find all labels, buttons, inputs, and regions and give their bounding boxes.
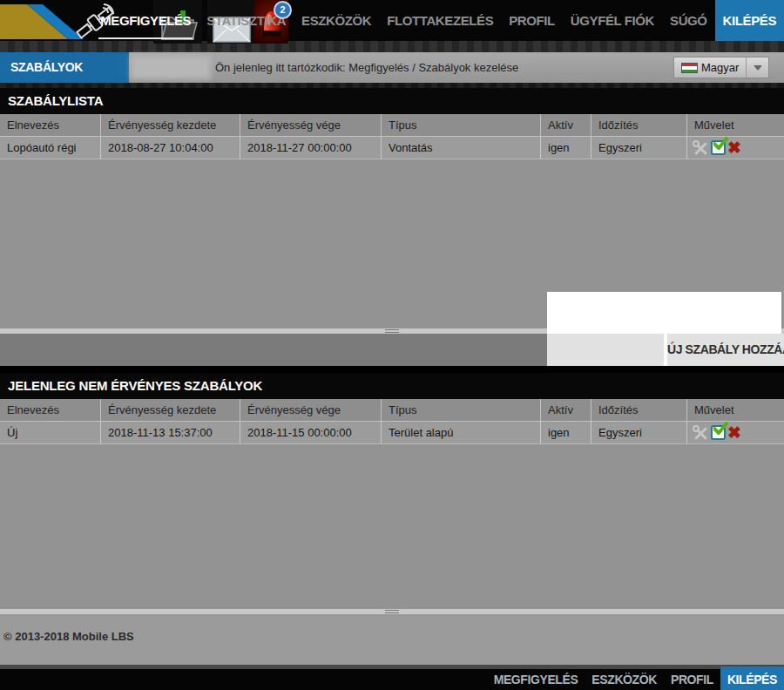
col-muvelet: Művelet — [686, 399, 784, 421]
app-window: 2 MEGFIGYELÉS STATISZTIKA ESZKÖZÖK FLOTT… — [0, 0, 784, 690]
table-row[interactable]: Új 2018-11-13 15:37:00 2018-11-15 00:00:… — [0, 422, 784, 444]
delete-icon[interactable] — [727, 139, 741, 157]
col-aktiv[interactable]: Aktív — [540, 399, 591, 421]
chevron-down-icon — [754, 65, 762, 71]
col-idozites[interactable]: Időzítés — [591, 114, 686, 136]
top-header-bar: 2 MEGFIGYELÉS STATISZTIKA ESZKÖZÖK FLOTT… — [0, 0, 784, 41]
tools-icon[interactable] — [692, 424, 709, 442]
top-navigation: MEGFIGYELÉS STATISZTIKA ESZKÖZÖK FLOTTAK… — [92, 0, 784, 41]
col-kezdete[interactable]: Érvényesség kezdete — [100, 114, 240, 136]
rule-active: igen — [540, 422, 591, 443]
language-label: Magyar — [701, 61, 746, 74]
alerts-count-badge[interactable]: 2 — [274, 1, 292, 19]
nav-ugyfel-fiok[interactable]: ÜGYFÉL FIÓK — [563, 0, 662, 41]
nav-megfigyeles[interactable]: MEGFIGYELÉS — [92, 0, 199, 41]
add-rule-button[interactable]: ÚJ SZABÁLY HOZZÁADÁSA — [667, 334, 784, 366]
col-tipus[interactable]: Típus — [381, 399, 540, 421]
rule-name: Lopóautó régi — [0, 137, 100, 159]
rule-name: Új — [0, 422, 100, 443]
rule-end: 2018-11-15 00:00:00 — [240, 422, 381, 443]
inactive-rules-body — [0, 444, 784, 609]
texture-strip-top — [0, 41, 784, 52]
tools-icon[interactable] — [692, 139, 709, 157]
breadcrumb-bar: SZABÁLYOK KEZELÉSE Ön jelenleg itt tartó… — [0, 52, 784, 83]
language-selector[interactable]: Magyar — [673, 57, 769, 78]
delete-icon[interactable] — [727, 424, 741, 442]
col-tipus[interactable]: Típus — [381, 114, 540, 136]
language-dropdown-toggle[interactable] — [746, 58, 768, 78]
nav-kilepes[interactable]: KILÉPÉS — [715, 0, 784, 41]
col-muvelet: Művelet — [686, 114, 784, 136]
bottomnav-eszkozok[interactable]: ESZKÖZÖK — [585, 669, 664, 690]
bottomnav-profil[interactable]: PROFIL — [664, 669, 720, 690]
resize-handle[interactable] — [385, 329, 399, 333]
col-elnevezes[interactable]: Elnevezés — [0, 114, 100, 136]
confirm-check-icon[interactable] — [711, 140, 726, 155]
rule-start: 2018-11-13 15:37:00 — [100, 422, 240, 443]
page-title: SZABÁLYOK KEZELÉSE — [0, 52, 129, 83]
col-aktiv[interactable]: Aktív — [540, 114, 591, 136]
rule-list-footer-bar: ÚJ SZABÁLY HOZZÁADÁSA — [0, 334, 784, 366]
copyright-text: © 2013-2018 Mobile LBS — [3, 630, 134, 643]
rule-timing: Egyszeri — [591, 137, 686, 159]
rule-actions — [686, 422, 784, 443]
section-gap — [0, 366, 784, 373]
rule-type: Terület alapú — [381, 422, 540, 443]
resize-handle[interactable] — [385, 610, 399, 613]
bottomnav-kilepes[interactable]: KILÉPÉS — [720, 666, 784, 690]
white-overlay-panel — [547, 292, 781, 334]
col-vege[interactable]: Érvényesség vége — [240, 114, 381, 136]
col-vege[interactable]: Érvényesség vége — [240, 399, 381, 421]
rule-actions — [686, 137, 784, 159]
rule-start: 2018-08-27 10:04:00 — [100, 137, 240, 159]
bottomnav-megfigyeles[interactable]: MEGFIGYELÉS — [487, 669, 585, 690]
page-footer: © 2013-2018 Mobile LBS — [0, 614, 784, 665]
bottom-navigation: MEGFIGYELÉS ESZKÖZÖK PROFIL KILÉPÉS — [0, 669, 784, 690]
redacted-username — [131, 56, 211, 79]
rule-list-header-row: Elnevezés Érvényesség kezdete Érvényessé… — [0, 114, 784, 137]
nav-profil[interactable]: PROFIL — [501, 0, 563, 41]
confirm-check-icon[interactable] — [711, 425, 726, 440]
col-kezdete[interactable]: Érvényesség kezdete — [100, 399, 240, 421]
footer-light-panel: ÚJ SZABÁLY HOZZÁADÁSA — [547, 334, 784, 366]
hungarian-flag-icon — [681, 63, 698, 73]
inactive-rules-section-title: JELENLEG NEM ÉRVÉNYES SZABÁLYOK — [0, 373, 784, 399]
table-row[interactable]: Lopóautó régi 2018-08-27 10:04:00 2018-1… — [0, 137, 784, 159]
breadcrumb: Ön jelenleg itt tartózkodik: Megfigyelés… — [215, 52, 518, 83]
col-elnevezes[interactable]: Elnevezés — [0, 399, 100, 421]
nav-eszkozok[interactable]: ESZKÖZÖK — [294, 0, 379, 41]
rule-end: 2018-11-27 00:00:00 — [240, 137, 381, 159]
rule-list-section-title: SZABÁLYLISTA — [0, 88, 784, 114]
rule-type: Vontatás — [381, 137, 540, 159]
inactive-rules-header-row: Elnevezés Érvényesség kezdete Érvényessé… — [0, 399, 784, 422]
col-idozites[interactable]: Időzítés — [591, 399, 686, 421]
nav-flottakezeles[interactable]: FLOTTAKEZELÉS — [379, 0, 501, 41]
nav-sugo[interactable]: SÚGÓ — [662, 0, 715, 41]
rule-active: igen — [540, 137, 591, 159]
rule-timing: Egyszeri — [591, 422, 686, 443]
